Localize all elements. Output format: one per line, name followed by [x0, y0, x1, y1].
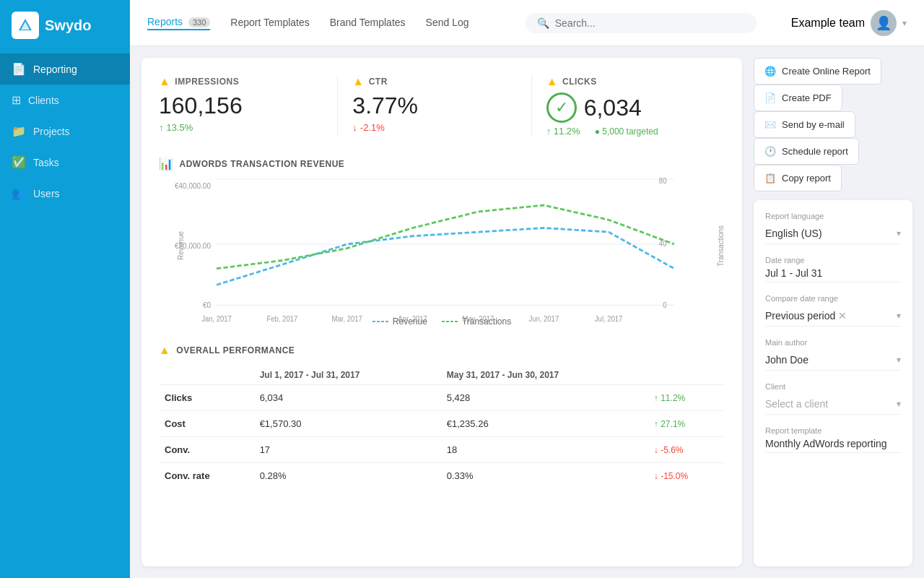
- client-label: Client: [765, 382, 901, 391]
- sidebar-item-projects[interactable]: 📁 Projects: [0, 116, 130, 147]
- copy-icon: 📋: [764, 173, 776, 184]
- users-icon: 👥: [12, 186, 26, 200]
- topbar-nav: Reports 330 Report Templates Brand Templ…: [147, 16, 469, 30]
- row-val1: 0.28%: [254, 463, 441, 489]
- tasks-icon: ✅: [12, 155, 26, 169]
- logo-area: Swydo: [0, 0, 130, 53]
- main-author-chevron: ▾: [897, 355, 901, 365]
- report-template-label: Report template: [765, 426, 901, 435]
- row-label: Cost: [159, 411, 254, 437]
- main-author-dropdown[interactable]: John Doe ▾: [765, 350, 901, 371]
- user-dropdown-icon[interactable]: ▾: [902, 18, 907, 28]
- metric-impressions: ▲ IMPRESSIONS 160,156 ↑ 13.5%: [159, 75, 337, 137]
- reports-badge: 330: [188, 17, 210, 27]
- clicks-gads-icon: ▲: [546, 75, 558, 88]
- svg-text:80: 80: [659, 176, 667, 184]
- pdf-icon: 📄: [764, 92, 776, 103]
- ctr-value: 3.77%: [352, 92, 418, 119]
- tab-report-templates[interactable]: Report Templates: [230, 17, 309, 30]
- svg-text:May, 2017: May, 2017: [463, 315, 494, 323]
- chart-wrapper: €40,000.00 €20,000.00 €0: [159, 179, 725, 312]
- client-chevron: ▾: [897, 399, 901, 409]
- tab-brand-templates[interactable]: Brand Templates: [330, 17, 406, 30]
- avatar[interactable]: 👤: [871, 10, 897, 36]
- row-change: ↑ 11.2%: [648, 385, 725, 411]
- compare-date-chevron: ▾: [897, 311, 901, 321]
- content-area: ▲ IMPRESSIONS 160,156 ↑ 13.5% ▲ CT: [130, 46, 924, 578]
- performance-section: ▲ OVERALL PERFORMANCE Jul 1, 2017 - Jul …: [159, 344, 725, 488]
- tab-send-log[interactable]: Send Log: [426, 17, 469, 30]
- globe-icon: 🌐: [764, 66, 776, 77]
- main-author-field: Main author John Doe ▾: [765, 338, 901, 371]
- y-left-max: €40,000.00: [159, 182, 211, 190]
- date-range-value: Jul 1 - Jul 31: [765, 267, 901, 282]
- row-val1: 6,034: [254, 385, 441, 411]
- ctr-change: -2.1%: [360, 122, 385, 133]
- impressions-label: IMPRESSIONS: [175, 77, 239, 87]
- clicks-targeted: ● 5,000 targeted: [595, 126, 658, 137]
- report-language-field: Report language English (US) ▾: [765, 212, 901, 244]
- tab-reports[interactable]: Reports 330: [147, 16, 210, 30]
- sidebar-item-clients[interactable]: ⊞ Clients: [0, 85, 130, 116]
- logo-icon: [12, 12, 39, 39]
- row-val1: 17: [254, 437, 441, 463]
- search-icon: 🔍: [537, 17, 549, 29]
- schedule-report-button[interactable]: 🕐 Schedule report: [754, 138, 859, 165]
- row-label: Clicks: [159, 385, 254, 411]
- main-author-label: Main author: [765, 338, 901, 347]
- clicks-label: CLICKS: [562, 77, 597, 87]
- row-change: ↓ -15.0%: [648, 463, 725, 489]
- create-online-report-button[interactable]: 🌐 Create Online Report: [754, 58, 881, 85]
- report-language-value: English (US): [765, 228, 822, 239]
- clock-icon: 🕐: [764, 146, 776, 157]
- y-left-label: Revenue: [177, 231, 185, 260]
- date-range-field: Date range Jul 1 - Jul 31: [765, 256, 901, 282]
- sidebar-item-users[interactable]: 👥 Users: [0, 178, 130, 209]
- email-icon: ✉️: [764, 119, 776, 130]
- report-template-field: Report template Monthly AdWords reportin…: [765, 426, 901, 453]
- user-area: Example team 👤 ▾: [791, 10, 907, 36]
- impressions-gads-icon: ▲: [159, 75, 170, 88]
- reporting-icon: 📄: [12, 62, 26, 76]
- report-language-dropdown[interactable]: English (US) ▾: [765, 223, 901, 244]
- compare-clear-button[interactable]: ✕: [838, 310, 847, 322]
- date-range-label: Date range: [765, 256, 901, 264]
- row-val2: €1,235.26: [441, 411, 648, 437]
- search-input[interactable]: [555, 17, 745, 29]
- y-left-min: €0: [159, 301, 211, 309]
- sidebar-item-tasks[interactable]: ✅ Tasks: [0, 147, 130, 178]
- report-panel: ▲ IMPRESSIONS 160,156 ↑ 13.5% ▲ CT: [141, 58, 742, 566]
- compare-date-range-dropdown[interactable]: Previous period ✕ ▾: [765, 306, 901, 327]
- report-template-value: Monthly AdWords reporting: [765, 438, 901, 453]
- ctr-label: CTR: [369, 77, 388, 87]
- table-row: Clicks 6,034 5,428 ↑ 11.2%: [159, 385, 725, 411]
- table-row: Conv. rate 0.28% 0.33% ↓ -15.0%: [159, 463, 725, 489]
- copy-report-button[interactable]: 📋 Copy report: [754, 165, 842, 191]
- ctr-gads-icon: ▲: [352, 75, 364, 88]
- row-val2: 18: [441, 437, 648, 463]
- row-val2: 0.33%: [441, 463, 648, 489]
- chart-title: ADWORDS TRANSACTION REVENUE: [180, 159, 345, 169]
- user-name: Example team: [791, 17, 865, 30]
- sidebar-item-reporting[interactable]: 📄 Reporting: [0, 53, 130, 85]
- clicks-change-up: ↑ 11.2%: [546, 126, 580, 137]
- col-header-date1: Jul 1, 2017 - Jul 31, 2017: [254, 366, 441, 385]
- chart-section: 📊 ADWORDS TRANSACTION REVENUE €40,000.00…: [159, 157, 725, 327]
- projects-icon: 📁: [12, 124, 26, 138]
- clicks-check-icon: ✓: [546, 92, 577, 123]
- perf-title: OVERALL PERFORMANCE: [176, 345, 295, 355]
- sidebar-label-tasks: Tasks: [33, 157, 59, 168]
- sidebar: Swydo 📄 Reporting ⊞ Clients 📁 Projects ✅…: [0, 0, 130, 578]
- create-pdf-button[interactable]: 📄 Create PDF: [754, 85, 842, 111]
- client-dropdown[interactable]: Select a client ▾: [765, 394, 901, 415]
- chart-legend: Revenue Transactions: [159, 316, 725, 327]
- row-val2: 5,428: [441, 385, 648, 411]
- svg-text:Apr, 2017: Apr, 2017: [398, 315, 427, 323]
- sidebar-label-reporting: Reporting: [33, 64, 77, 75]
- main-author-value: John Doe: [765, 354, 808, 366]
- svg-text:Jun, 2017: Jun, 2017: [528, 315, 559, 323]
- search-area[interactable]: 🔍: [526, 13, 757, 33]
- send-email-button[interactable]: ✉️ Send by e-mail: [754, 111, 855, 138]
- client-placeholder: Select a client: [765, 398, 828, 410]
- chart-bar-icon: 📊: [159, 157, 174, 171]
